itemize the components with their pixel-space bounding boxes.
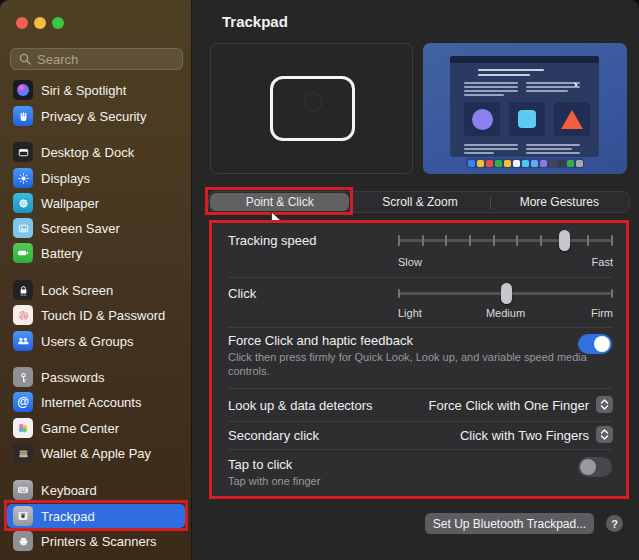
trackpad-icon [13, 506, 33, 526]
sidebar-item-wallpaper[interactable]: Wallpaper [7, 191, 185, 215]
sidebar-item-label: Displays [41, 171, 90, 186]
tab-label: More Gestures [520, 195, 599, 209]
sidebar-item-label: Passwords [41, 370, 105, 385]
search-input[interactable] [37, 52, 174, 67]
tracking-speed-min-label: Slow [398, 256, 422, 268]
look-up-row: Look up & data detectors Force Click wit… [212, 388, 626, 421]
printer-icon [13, 531, 33, 551]
search-field[interactable] [10, 48, 183, 70]
tracking-speed-row: Tracking speed Slow Fast [212, 223, 626, 277]
minimize-window-button[interactable] [34, 17, 46, 29]
purple-circle-shape [472, 109, 493, 130]
tab-label: Point & Click [246, 195, 314, 209]
help-button[interactable]: ? [606, 515, 623, 532]
click-label: Click [228, 286, 256, 301]
click-max-label: Firm [591, 307, 613, 319]
click-mid-label: Medium [486, 307, 525, 319]
tracking-speed-slider-thumb[interactable] [559, 230, 570, 251]
sidebar-item-game-center[interactable]: Game Center [7, 416, 185, 440]
look-up-value[interactable]: Force Click with One Finger [429, 398, 589, 413]
cyan-square-shape [518, 110, 536, 128]
trackpad-outline [270, 76, 355, 141]
wallet-icon [13, 443, 33, 463]
desktop-preview [423, 43, 627, 174]
sidebar-item-label: Privacy & Security [41, 109, 146, 124]
secondary-click-label: Secondary click [228, 428, 319, 443]
sidebar-item-privacy-security[interactable]: Privacy & Security [7, 104, 185, 128]
game-center-icon [13, 418, 33, 438]
click-min-label: Light [398, 307, 422, 319]
tap-to-click-toggle[interactable] [578, 457, 612, 477]
secondary-click-value[interactable]: Click with Two Fingers [460, 428, 589, 443]
sidebar-item-keyboard[interactable]: Keyboard [7, 478, 185, 502]
tracking-speed-max-label: Fast [592, 256, 613, 268]
settings-panel: Tracking speed Slow Fast Click Ligh [212, 223, 626, 496]
chevron-up-down-icon [600, 399, 609, 410]
sidebar-item-label: Printers & Scanners [41, 534, 157, 549]
sidebar-item-label: Touch ID & Password [41, 308, 165, 323]
tab-more-gestures[interactable]: More Gestures [490, 192, 629, 212]
gesture-tabbar: Point & Click Scroll & Zoom More Gesture… [208, 191, 630, 213]
system-settings-window: Siri & Spotlight Privacy & Security Desk… [0, 0, 639, 560]
sidebar-item-printers-scanners[interactable]: Printers & Scanners [7, 529, 185, 553]
force-click-toggle[interactable] [578, 334, 612, 354]
tab-label: Scroll & Zoom [382, 195, 457, 209]
secondary-click-stepper[interactable] [596, 426, 613, 443]
sidebar-item-label: Battery [41, 246, 82, 261]
sidebar-item-displays[interactable]: Displays [7, 166, 185, 190]
displays-icon [13, 168, 33, 188]
fingerprint-icon [13, 305, 33, 325]
battery-icon [13, 243, 33, 263]
sidebar-item-users-groups[interactable]: Users & Groups [7, 329, 185, 353]
close-window-button[interactable] [16, 17, 28, 29]
tab-point-and-click[interactable]: Point & Click [210, 193, 349, 211]
sidebar-item-siri-spotlight[interactable]: Siri & Spotlight [7, 78, 185, 102]
sidebar: Siri & Spotlight Privacy & Security Desk… [0, 0, 192, 560]
force-click-label: Force Click and haptic feedback [228, 333, 413, 348]
sidebar-item-label: Users & Groups [41, 334, 133, 349]
setup-bluetooth-trackpad-button[interactable]: Set Up Bluetooth Trackpad... [425, 513, 594, 534]
sidebar-item-label: Siri & Spotlight [41, 83, 126, 98]
sidebar-item-label: Desktop & Dock [41, 145, 134, 160]
preview-window-titlebar [450, 56, 599, 63]
sidebar-item-passwords[interactable]: Passwords [7, 365, 185, 389]
page-title: Trackpad [222, 13, 288, 30]
tap-to-click-description: Tap with one finger [228, 474, 600, 488]
search-icon [19, 53, 31, 65]
tab-scroll-and-zoom[interactable]: Scroll & Zoom [350, 192, 489, 212]
sidebar-item-desktop-dock[interactable]: Desktop & Dock [7, 140, 185, 164]
preview-dock [466, 158, 584, 168]
tap-to-click-row: Tap to click Tap with one finger [212, 449, 626, 496]
preview-window [450, 56, 599, 157]
sidebar-item-label: Trackpad [41, 509, 95, 524]
click-slider[interactable] [398, 283, 613, 305]
secondary-click-row: Secondary click Click with Two Fingers [212, 421, 626, 449]
orange-triangle-shape [561, 110, 583, 129]
sidebar-item-battery[interactable]: Battery [7, 241, 185, 265]
tracking-speed-slider[interactable] [398, 230, 613, 252]
tap-to-click-label: Tap to click [228, 457, 292, 472]
zoom-window-button[interactable] [52, 17, 64, 29]
chevron-up-down-icon [600, 429, 609, 440]
sidebar-item-label: Wallet & Apple Pay [41, 446, 151, 461]
keyboard-icon [13, 480, 33, 500]
sidebar-item-internet-accounts[interactable]: @ Internet Accounts [7, 390, 185, 414]
sidebar-item-wallet[interactable]: Wallet & Apple Pay [7, 441, 185, 465]
sidebar-item-label: Screen Saver [41, 221, 120, 236]
siri-icon [13, 80, 33, 100]
screen-saver-icon [13, 218, 33, 238]
sidebar-item-touch-id[interactable]: Touch ID & Password [7, 303, 185, 327]
sidebar-item-lock-screen[interactable]: Lock Screen [7, 278, 185, 302]
sidebar-item-label: Internet Accounts [41, 395, 141, 410]
tracking-speed-label: Tracking speed [228, 233, 316, 248]
sidebar-item-label: Keyboard [41, 483, 97, 498]
desktop-dock-icon [13, 142, 33, 162]
look-up-stepper[interactable] [596, 396, 613, 413]
sidebar-item-label: Lock Screen [41, 283, 113, 298]
preview-tiles [464, 102, 590, 136]
force-click-description: Click then press firmly for Quick Look, … [228, 350, 600, 378]
click-slider-thumb[interactable] [501, 283, 512, 304]
sidebar-item-screen-saver[interactable]: Screen Saver [7, 216, 185, 240]
sidebar-item-trackpad[interactable]: Trackpad [7, 504, 185, 528]
force-click-row: Force Click and haptic feedback Click th… [212, 327, 626, 388]
